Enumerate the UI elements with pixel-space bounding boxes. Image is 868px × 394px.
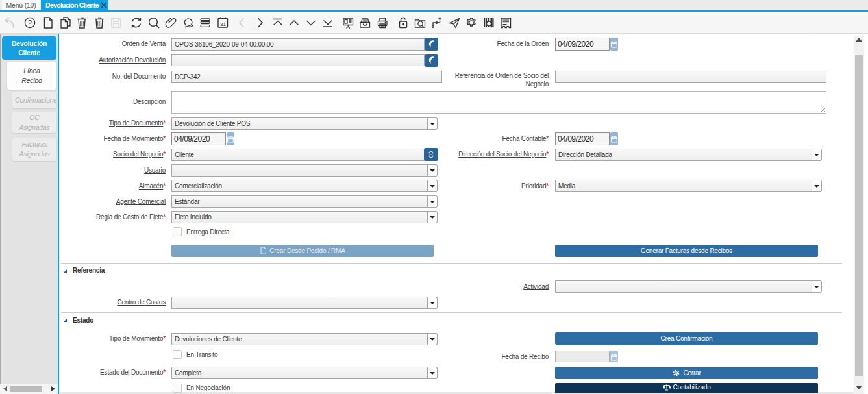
svg-text:31: 31 [220,21,226,27]
svg-text:?: ? [28,19,32,27]
